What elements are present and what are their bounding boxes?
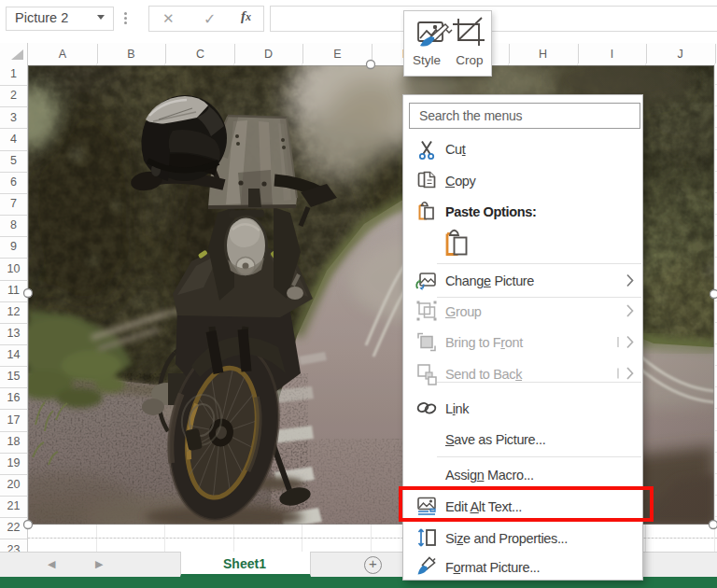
svg-text:Crop: Crop — [456, 53, 483, 67]
svg-text:Style: Style — [413, 53, 441, 67]
